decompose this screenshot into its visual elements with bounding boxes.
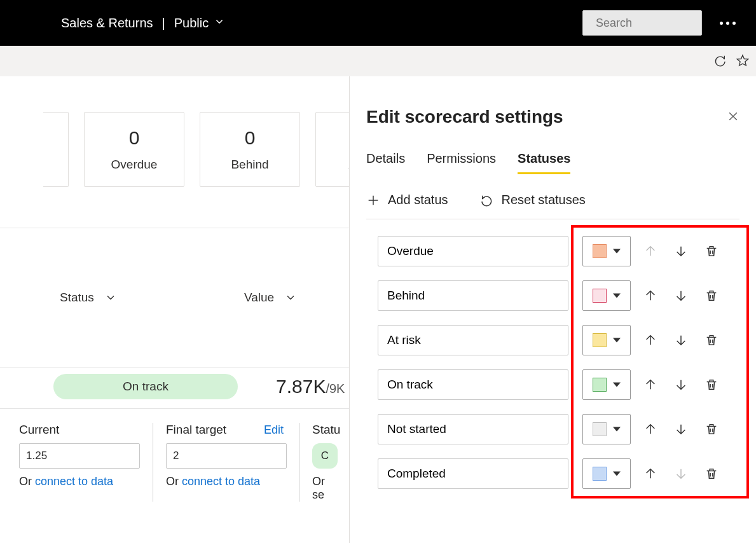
status-name-input[interactable] xyxy=(378,236,568,266)
move-up-button[interactable] xyxy=(640,285,661,306)
trash-icon xyxy=(704,378,718,392)
move-down-button[interactable] xyxy=(670,285,692,306)
status-name-input[interactable] xyxy=(378,414,568,444)
tab-statuses[interactable]: Statuses xyxy=(518,151,570,174)
status-pill[interactable]: On track xyxy=(53,374,238,399)
color-picker[interactable] xyxy=(582,458,631,489)
card-overdue[interactable]: 0 Overdue xyxy=(84,112,184,187)
status-row xyxy=(378,325,728,355)
value-denom: /9K xyxy=(326,381,345,395)
status-list xyxy=(366,236,739,489)
color-swatch xyxy=(593,333,607,347)
arrow-down-icon xyxy=(674,378,688,392)
move-down-button[interactable] xyxy=(670,329,692,351)
color-picker[interactable] xyxy=(582,369,631,400)
move-up-button[interactable] xyxy=(640,463,661,485)
card-label: Overdue xyxy=(111,158,158,172)
arrow-down-icon xyxy=(674,244,688,258)
col-value-label: Value xyxy=(244,291,274,305)
status-pill-label: On track xyxy=(123,380,168,394)
color-picker[interactable] xyxy=(582,414,631,444)
value-cell: 7.87K/9K xyxy=(276,376,345,397)
trash-icon xyxy=(704,244,718,258)
card-cutoff xyxy=(43,112,69,187)
caret-down-icon xyxy=(613,292,621,299)
color-picker[interactable] xyxy=(582,325,631,355)
delete-button[interactable] xyxy=(701,374,722,395)
status-row xyxy=(378,458,728,489)
tab-permissions[interactable]: Permissions xyxy=(427,151,496,174)
arrow-up-icon xyxy=(643,333,657,347)
col-status-label: Status xyxy=(60,291,94,305)
status-name-input[interactable] xyxy=(378,325,568,355)
trash-icon xyxy=(704,422,718,436)
reset-statuses-label: Reset statuses xyxy=(502,193,586,207)
more-menu[interactable] xyxy=(715,22,741,25)
connect-link[interactable]: connect to data xyxy=(35,475,113,488)
add-status-button[interactable]: Add status xyxy=(366,193,448,207)
edit-link[interactable]: Edit xyxy=(264,423,284,437)
caret-down-icon xyxy=(613,247,621,255)
status-name-input[interactable] xyxy=(378,369,568,400)
top-bar: Sales & Returns | Public xyxy=(0,0,756,46)
color-swatch xyxy=(593,378,607,392)
color-swatch xyxy=(593,244,607,258)
or-connect: Or connect to data xyxy=(166,475,284,488)
chevron-down-icon xyxy=(214,16,225,31)
status-row xyxy=(378,369,728,400)
move-up-button[interactable] xyxy=(640,329,661,351)
workspace-title[interactable]: Sales & Returns xyxy=(61,16,153,31)
trash-icon xyxy=(704,289,718,303)
close-button[interactable] xyxy=(727,110,739,125)
move-down-button[interactable] xyxy=(670,418,692,440)
panel-tabs: Details Permissions Statuses xyxy=(366,151,739,175)
card-label: Behind xyxy=(231,158,268,172)
reset-statuses-button[interactable]: Reset statuses xyxy=(480,193,586,207)
delete-button[interactable] xyxy=(701,285,722,306)
refresh-button[interactable] xyxy=(713,53,727,69)
final-target-label: Final target xyxy=(166,423,226,437)
move-down-button[interactable] xyxy=(670,240,692,262)
connect-link[interactable]: connect to data xyxy=(182,475,260,488)
favorite-button[interactable] xyxy=(736,53,750,69)
visibility-dropdown[interactable]: Public xyxy=(174,16,225,31)
move-up-button[interactable] xyxy=(640,374,661,395)
tab-details[interactable]: Details xyxy=(366,151,405,174)
trash-icon xyxy=(704,467,718,481)
arrow-up-icon xyxy=(643,244,657,258)
card-behind[interactable]: 0 Behind xyxy=(200,112,300,187)
col-status[interactable]: Status xyxy=(60,291,117,305)
arrow-down-icon xyxy=(674,333,688,347)
caret-down-icon xyxy=(613,336,621,344)
status-row xyxy=(378,236,728,266)
color-swatch xyxy=(593,289,607,303)
col-value[interactable]: Value xyxy=(244,291,297,305)
delete-button[interactable] xyxy=(701,329,722,351)
chevron-down-icon xyxy=(284,291,297,304)
status-selector[interactable]: C xyxy=(312,443,338,469)
move-up-button[interactable] xyxy=(640,418,661,440)
card-number: 0 xyxy=(245,127,256,149)
trash-icon xyxy=(704,333,718,347)
current-input[interactable] xyxy=(19,443,140,469)
color-picker[interactable] xyxy=(582,280,631,311)
separator: | xyxy=(162,16,165,31)
delete-button[interactable] xyxy=(701,463,722,485)
status-row xyxy=(378,414,728,444)
caret-down-icon xyxy=(613,470,621,478)
move-down-button[interactable] xyxy=(670,374,692,395)
color-picker[interactable] xyxy=(582,236,631,266)
delete-button[interactable] xyxy=(701,418,722,440)
status-name-input[interactable] xyxy=(378,280,568,311)
reset-icon xyxy=(480,193,494,207)
arrow-down-icon xyxy=(674,289,688,303)
status-name-input[interactable] xyxy=(378,458,568,489)
search-box[interactable] xyxy=(582,10,702,36)
settings-panel: Edit scorecard settings Details Permissi… xyxy=(349,76,756,543)
delete-button[interactable] xyxy=(701,240,722,262)
status-label: Statu xyxy=(312,423,340,437)
arrow-up-icon xyxy=(643,378,657,392)
final-target-input[interactable] xyxy=(166,443,287,469)
plus-icon xyxy=(366,193,380,207)
move-down-button xyxy=(670,463,692,485)
